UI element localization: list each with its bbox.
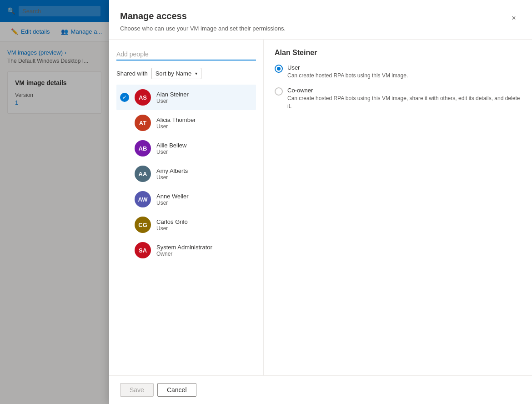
person-role: User bbox=[156, 149, 238, 155]
close-icon: ✕ bbox=[245, 170, 251, 177]
shared-with-row: Shared with Sort by Name ▾ bbox=[116, 68, 256, 79]
modal-body: Shared with Sort by Name ▾ ✓ASAlan Stein… bbox=[109, 40, 532, 375]
person-item[interactable]: AWAnne WeilerUser✕ bbox=[116, 187, 256, 212]
sort-dropdown[interactable]: Sort by Name ▾ bbox=[151, 68, 201, 79]
person-check-empty bbox=[120, 246, 129, 255]
modal-left-panel: Shared with Sort by Name ▾ ✓ASAlan Stein… bbox=[109, 40, 264, 375]
person-role: User bbox=[156, 225, 238, 232]
person-item[interactable]: CGCarlos GriloUser✕ bbox=[116, 212, 256, 237]
person-check bbox=[120, 169, 129, 178]
close-icon: ✕ bbox=[245, 196, 251, 203]
avatar: AS bbox=[135, 89, 151, 106]
radio-label: Co-owner bbox=[287, 87, 521, 94]
radio-description: Can create hosted RPA bots using this VM… bbox=[287, 72, 408, 80]
shared-with-label: Shared with bbox=[116, 70, 148, 77]
permission-option-co-owner[interactable]: Co-ownerCan create hosted RPA bots using… bbox=[275, 87, 521, 110]
person-check bbox=[120, 220, 129, 229]
person-info: Amy AlbertsUser bbox=[156, 167, 238, 181]
avatar: AB bbox=[135, 140, 151, 157]
save-button[interactable]: Save bbox=[120, 383, 154, 397]
person-check bbox=[120, 144, 129, 153]
modal-title: Manage access bbox=[120, 11, 286, 21]
person-name: Allie Bellew bbox=[156, 142, 238, 149]
person-role: User bbox=[156, 174, 238, 181]
close-icon: ✕ bbox=[245, 145, 251, 152]
avatar: CG bbox=[135, 217, 151, 233]
person-name: Alicia Thomber bbox=[156, 116, 238, 123]
person-item[interactable]: ✓ASAlan SteinerUser✕ bbox=[116, 85, 256, 110]
avatar: SA bbox=[135, 242, 151, 258]
person-item[interactable]: ATAlicia ThomberUser✕ bbox=[116, 110, 256, 136]
person-role: User bbox=[156, 123, 238, 130]
person-check bbox=[120, 195, 129, 204]
person-item[interactable]: AAAmy AlbertsUser✕ bbox=[116, 161, 256, 187]
radio-content: Co-ownerCan create hosted RPA bots using… bbox=[287, 87, 521, 110]
modal-footer: Save Cancel bbox=[109, 375, 532, 404]
person-name: Carlos Grilo bbox=[156, 218, 238, 225]
avatar: AT bbox=[135, 115, 151, 131]
close-icon: ✕ bbox=[245, 221, 251, 228]
person-role: User bbox=[156, 98, 238, 104]
person-role: Owner bbox=[156, 251, 252, 257]
modal-right-panel: Alan Steiner UserCan create hosted RPA b… bbox=[264, 40, 532, 375]
radio-circle bbox=[275, 65, 283, 73]
person-info: Alicia ThomberUser bbox=[156, 116, 238, 130]
avatar: AA bbox=[135, 166, 151, 182]
modal-close-button[interactable]: × bbox=[507, 11, 521, 25]
person-name: Amy Alberts bbox=[156, 167, 238, 174]
avatar: AW bbox=[135, 191, 151, 207]
person-info: Allie BellewUser bbox=[156, 142, 238, 155]
radio-content: UserCan create hosted RPA bots using thi… bbox=[287, 64, 408, 80]
selected-user-title: Alan Steiner bbox=[275, 49, 521, 57]
modal-header-content: Manage access Choose who can use your VM… bbox=[120, 11, 286, 32]
add-people-input[interactable] bbox=[116, 49, 256, 61]
person-check: ✓ bbox=[120, 93, 129, 102]
modal-subtitle: Choose who can use your VM image and set… bbox=[120, 25, 286, 32]
permission-option-user[interactable]: UserCan create hosted RPA bots using thi… bbox=[275, 64, 521, 80]
permissions-container: UserCan create hosted RPA bots using thi… bbox=[275, 64, 521, 110]
radio-label: User bbox=[287, 64, 408, 71]
radio-description: Can create hosted RPA bots using this VM… bbox=[287, 95, 521, 110]
check-mark-icon: ✓ bbox=[120, 93, 129, 102]
person-name: Anne Weiler bbox=[156, 193, 238, 200]
person-role: User bbox=[156, 200, 238, 206]
cancel-button[interactable]: Cancel bbox=[157, 383, 196, 397]
modal-header: Manage access Choose who can use your VM… bbox=[109, 0, 532, 40]
person-info: Anne WeilerUser bbox=[156, 193, 238, 206]
person-info: System AdministratorOwner bbox=[156, 244, 252, 257]
person-info: Alan SteinerUser bbox=[156, 91, 238, 104]
person-check bbox=[120, 118, 129, 127]
person-item[interactable]: ABAllie BellewUser✕ bbox=[116, 136, 256, 161]
person-name: Alan Steiner bbox=[156, 91, 238, 98]
close-icon: × bbox=[512, 14, 516, 22]
people-list: ✓ASAlan SteinerUser✕ATAlicia ThomberUser… bbox=[116, 85, 256, 366]
radio-inner bbox=[277, 67, 281, 71]
person-item[interactable]: SASystem AdministratorOwner bbox=[116, 237, 256, 263]
radio-circle bbox=[275, 87, 283, 96]
manage-access-modal: Manage access Choose who can use your VM… bbox=[109, 0, 532, 404]
person-name: System Administrator bbox=[156, 244, 252, 251]
chevron-down-icon: ▾ bbox=[195, 71, 197, 76]
person-info: Carlos GriloUser bbox=[156, 218, 238, 232]
close-icon: ✕ bbox=[245, 119, 251, 126]
close-icon: ✕ bbox=[245, 94, 251, 101]
